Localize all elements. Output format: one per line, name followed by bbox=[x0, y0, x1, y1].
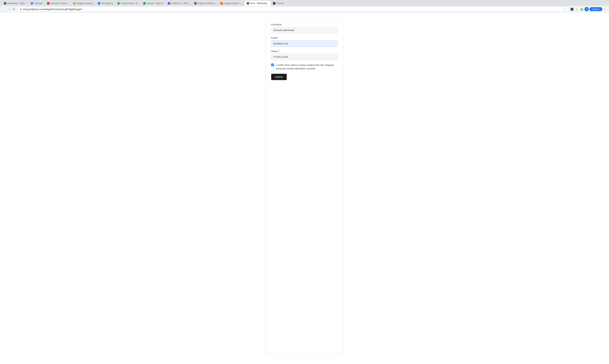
email-group: Email * bbox=[271, 37, 338, 47]
full-name-group: Full Name bbox=[271, 23, 338, 33]
full-name-label: Full Name bbox=[271, 23, 338, 26]
full-name-input[interactable] bbox=[271, 27, 338, 33]
email-required-marker: * bbox=[277, 37, 278, 39]
tab-label: Untitled UI – PRO... bbox=[171, 2, 190, 5]
tab-example[interactable]: Example / Introdu... bbox=[45, 1, 71, 6]
tab-label: Current Tasks - G... bbox=[121, 2, 139, 5]
update-button-label: Update bbox=[592, 8, 598, 10]
reload-button[interactable]: ⟳ bbox=[12, 7, 16, 11]
browser-chrome: Workloads – Kube... Calendar Example / I… bbox=[0, 0, 609, 13]
update-chevron-icon: ▾ bbox=[599, 8, 600, 10]
tab-label: Calendar bbox=[34, 2, 43, 5]
tab-label: Example / Introdu... bbox=[51, 2, 69, 5]
extensions-button[interactable]: 🧩 bbox=[580, 7, 584, 11]
tab-support-leadcon[interactable]: Support LeadCon... bbox=[192, 1, 218, 6]
tab-workloads[interactable]: Workloads – Kube... bbox=[2, 1, 28, 6]
tab-ghl-agency[interactable]: GHL Agency bbox=[96, 1, 115, 6]
tab-flourish[interactable]: Flourish bbox=[271, 1, 286, 6]
browser-toolbar: ← → ⟳ 🔒 link.gohighlevel.com/widget/form… bbox=[0, 6, 609, 12]
tab-label: Prod – Workloads... bbox=[250, 2, 269, 5]
tab-untitled-ui[interactable]: Untitled UI – PRO... bbox=[166, 1, 192, 6]
tab-upload-naive[interactable]: Upload - Naive UI bbox=[141, 1, 166, 6]
tab-current-tasks[interactable]: Current Tasks - G... bbox=[115, 1, 141, 6]
tab-favicon bbox=[31, 2, 33, 5]
tab-prod-workloads[interactable]: Prod – Workloads... bbox=[245, 1, 271, 6]
update-button[interactable]: Update ▾ bbox=[589, 7, 602, 11]
menu-button[interactable]: ⋮ bbox=[603, 7, 607, 11]
tab-label: Leadgen Master –... bbox=[224, 2, 243, 5]
nav-buttons: ← → ⟳ bbox=[2, 7, 16, 11]
email-label-text: Email bbox=[271, 37, 277, 39]
star-icon[interactable]: ☆ bbox=[564, 8, 566, 11]
tab-favicon bbox=[117, 2, 120, 5]
form-container: Full Name Email * Phone * I confirm that… bbox=[266, 18, 343, 354]
phone-label: Phone * bbox=[271, 50, 338, 53]
tab-label: Flourish bbox=[277, 2, 284, 5]
consent-group: I confirm that I want to receive content… bbox=[271, 63, 338, 70]
back-button[interactable]: ← bbox=[2, 7, 6, 11]
tab-favicon bbox=[4, 2, 6, 5]
forward-button[interactable]: → bbox=[7, 7, 11, 11]
address-bar[interactable]: 🔒 link.gohighlevel.com/widget/form/9Lilw… bbox=[17, 7, 568, 12]
tab-leadgen-master[interactable]: Leadgen Master –... bbox=[218, 1, 245, 6]
phone-label-text: Phone bbox=[271, 50, 278, 53]
tab-favicon bbox=[168, 2, 170, 5]
tab-favicon bbox=[194, 2, 197, 5]
tab-favicon bbox=[273, 2, 276, 5]
submit-button-label: Submit bbox=[275, 76, 283, 78]
tab-favicon bbox=[47, 2, 50, 5]
profile-avatar[interactable]: S bbox=[584, 7, 589, 11]
browser-actions: ⬛ ☆ 🧩 S Update ▾ ⋮ bbox=[570, 7, 607, 11]
tab-favicon bbox=[73, 2, 76, 5]
tab-favicon bbox=[220, 2, 223, 5]
phone-group: Phone * bbox=[271, 50, 338, 60]
url-text: link.gohighlevel.com/widget/form/9LilwsU… bbox=[23, 8, 563, 11]
phone-input[interactable] bbox=[271, 54, 338, 60]
consent-label: I confirm that I want to receive content… bbox=[276, 63, 338, 70]
tabs-bar: Workloads – Kube... Calendar Example / I… bbox=[0, 0, 609, 6]
tab-leadgen-servers[interactable]: leadgen-servers [. bbox=[71, 1, 96, 6]
consent-checkbox[interactable] bbox=[271, 64, 274, 66]
screenshot-button[interactable]: ⬛ bbox=[570, 7, 574, 11]
email-label: Email * bbox=[271, 37, 338, 39]
tab-favicon bbox=[143, 2, 146, 5]
submit-button[interactable]: Submit bbox=[271, 74, 287, 80]
phone-required-marker: * bbox=[278, 50, 279, 53]
tab-label: leadgen-servers [. bbox=[77, 2, 94, 5]
tab-calendar[interactable]: Calendar bbox=[28, 1, 45, 6]
tab-favicon bbox=[98, 2, 100, 5]
tab-favicon bbox=[247, 2, 249, 5]
tab-label: GHL Agency bbox=[101, 2, 113, 5]
email-input[interactable] bbox=[271, 40, 338, 47]
tab-label: Workloads – Kube... bbox=[7, 2, 27, 5]
bookmark-button[interactable]: ☆ bbox=[575, 7, 579, 11]
tab-label: Upload - Naive UI bbox=[147, 2, 164, 5]
lock-icon: 🔒 bbox=[20, 8, 22, 10]
page-content: Full Name Email * Phone * I confirm that… bbox=[0, 13, 609, 359]
tab-label: Support LeadCon... bbox=[198, 2, 216, 5]
